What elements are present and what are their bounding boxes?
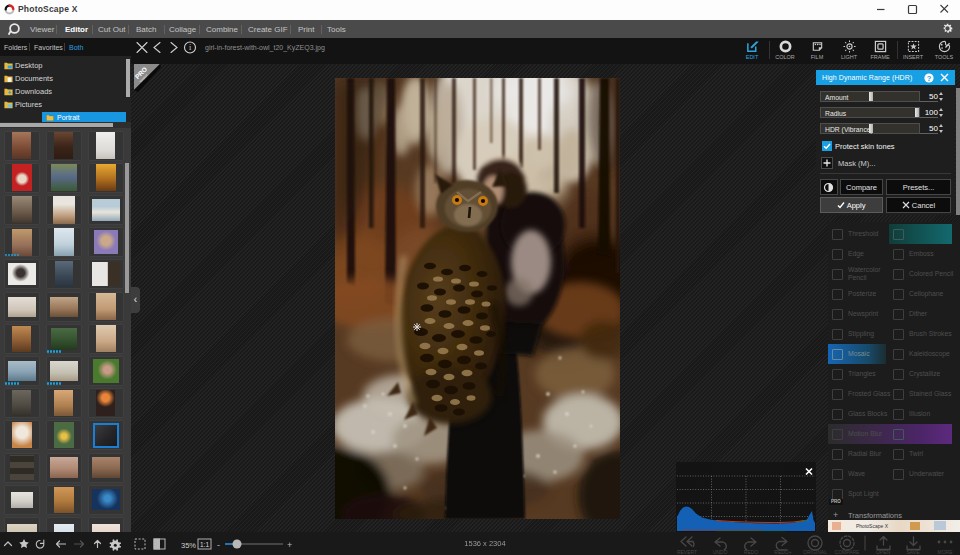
- svg-text:MORE: MORE: [938, 549, 954, 555]
- svg-text:+: +: [287, 540, 292, 550]
- svg-text:35%: 35%: [181, 541, 196, 550]
- svg-text:SAVE: SAVE: [907, 549, 921, 555]
- svg-text:i: i: [189, 43, 192, 52]
- svg-text:REDO: REDO: [744, 549, 759, 555]
- svg-text:ORIGINAL: ORIGINAL: [803, 549, 827, 555]
- svg-text:REVERT: REVERT: [677, 549, 697, 555]
- svg-text:REDO+: REDO+: [774, 549, 791, 555]
- svg-text:COMPARE: COMPARE: [835, 549, 861, 555]
- svg-text:OPEN: OPEN: [876, 549, 891, 555]
- svg-text:?: ?: [927, 73, 932, 82]
- svg-text:-: -: [217, 540, 220, 550]
- svg-text:UNDO: UNDO: [713, 549, 728, 555]
- svg-text:1:1: 1:1: [200, 541, 209, 548]
